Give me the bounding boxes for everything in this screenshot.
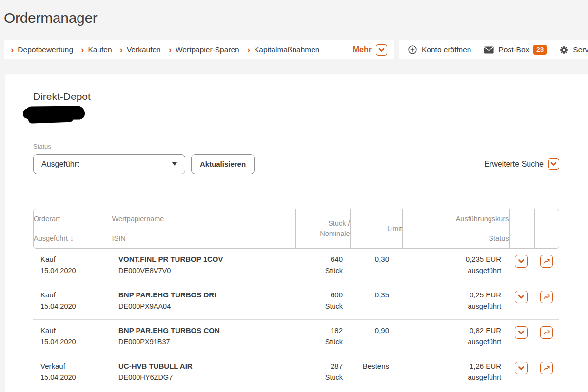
security-name: BNP PAR.EHG TURBOS CON <box>118 326 295 335</box>
nav-breadcrumb-item[interactable]: › Kapitalmaßnahmen <box>247 45 320 55</box>
erweiterte-suche-toggle[interactable]: Erweiterte Suche <box>484 158 559 170</box>
quantity-unit: Stück <box>295 267 343 275</box>
konto-eroeffnen-label: Konto eröffnen <box>422 45 471 54</box>
dropdown-caret-icon <box>172 162 177 166</box>
limit-value: 0,35 <box>350 291 389 299</box>
limit-cell: 0,35 <box>350 291 402 319</box>
limit-value: 0,30 <box>350 255 389 264</box>
quantity-unit: Stück <box>295 338 343 346</box>
envelope-icon <box>484 46 494 54</box>
column-header-ausfuehrungskurs: Ausführungskurs <box>402 209 509 229</box>
column-header-actions-2 <box>534 209 559 248</box>
wertpapier-cell: UC-HVB TUBULL AIR DE000HY6ZDG7 <box>111 362 295 391</box>
orderart-cell: Verkauf 15.04.2020 <box>33 362 111 391</box>
postbox-count-badge: 23 <box>533 45 547 55</box>
status-field-label: Status <box>33 143 51 150</box>
nav-breadcrumb-item[interactable]: › Wertpapier-Sparen <box>169 45 239 55</box>
nav-breadcrumb-item[interactable]: › Verkaufen <box>120 45 161 55</box>
nav-breadcrumb-item[interactable]: › Kaufen <box>81 45 112 55</box>
open-chart-button[interactable] <box>540 255 553 268</box>
limit-value: 0,90 <box>350 326 389 335</box>
security-name: UC-HVB TUBULL AIR <box>118 362 295 371</box>
nav-item-service[interactable]: Service <box>559 45 588 55</box>
quantity-unit: Stück <box>295 373 343 382</box>
trend-chart-icon <box>543 364 550 372</box>
open-chart-button[interactable] <box>540 291 553 303</box>
order-date: 15.04.2020 <box>40 338 111 346</box>
nav-breadcrumb-item[interactable]: › Depotbewertung <box>11 45 73 55</box>
kurs-status-cell: 0,25 EUR ausgeführt <box>402 291 509 319</box>
aktualisieren-button[interactable]: Aktualisieren <box>191 154 255 174</box>
nav-item-label: Kapitalmaßnahmen <box>254 45 319 54</box>
trend-chart-icon <box>543 329 550 336</box>
security-name: VONT.FINL PR TURBOP 1COV <box>118 255 295 264</box>
depot-card: Direkt-Depot Status Ausgeführt Aktualisi… <box>5 74 588 392</box>
orderart-cell: Kauf 15.04.2020 <box>33 291 111 319</box>
wertpapier-cell: BNP PAR.EHG TURBOS CON DE000PX91B37 <box>111 326 295 355</box>
order-table-body: Kauf 15.04.2020 VONT.FINL PR TURBOP 1COV… <box>33 249 559 391</box>
table-row: Kauf 15.04.2020 BNP PAR.EHG TURBOS CON D… <box>33 320 559 355</box>
execution-price: 0,235 EUR <box>402 255 501 264</box>
nav-item-postbox[interactable]: Post-Box 23 <box>484 45 547 55</box>
open-chart-button[interactable] <box>540 362 553 374</box>
sort-descending-arrow-icon: ↓ <box>70 234 74 242</box>
expand-cell <box>509 291 534 319</box>
stueck-cell: 640 Stück <box>295 255 350 284</box>
sort-indicator[interactable]: Ausgeführt↓ <box>34 229 112 248</box>
security-isin: DE000HY6ZDG7 <box>118 373 295 382</box>
chart-cell <box>534 362 559 391</box>
expand-order-details-button[interactable] <box>515 326 528 339</box>
order-date: 15.04.2020 <box>40 302 111 311</box>
nav-chevron-icon: › <box>11 45 14 54</box>
execution-status: ausgeführt <box>402 267 501 275</box>
execution-price: 0,25 EUR <box>402 291 501 299</box>
table-row: Kauf 15.04.2020 VONT.FINL PR TURBOP 1COV… <box>33 249 559 284</box>
nav-item-label: Wertpapier-Sparen <box>176 45 239 54</box>
column-header-status: Status <box>402 229 509 248</box>
nav-item-label: Depotbewertung <box>18 45 73 54</box>
nav-primary-section: › Depotbewertung › Kaufen › Verkaufen › … <box>4 40 394 59</box>
kurs-status-cell: 0,235 EUR ausgeführt <box>402 255 509 284</box>
security-isin: DE000VE8V7V0 <box>118 267 295 275</box>
nav-item-label: Verkaufen <box>127 45 161 54</box>
limit-cell: 0,90 <box>350 326 402 355</box>
expand-order-details-button[interactable] <box>515 362 528 374</box>
order-date: 15.04.2020 <box>40 267 111 275</box>
security-isin: DE000PX91B37 <box>118 338 295 346</box>
table-row: Kauf 15.04.2020 BNP PAR.EHG TURBOS DRI D… <box>33 284 559 320</box>
order-type-value: Verkauf <box>40 362 111 371</box>
quantity-value: 640 <box>295 255 343 264</box>
expand-order-details-button[interactable] <box>515 255 528 268</box>
nav-chevron-icon: › <box>81 45 84 54</box>
erweiterte-suche-chevron-down-icon[interactable] <box>548 158 559 170</box>
page-title: Ordermanager <box>4 10 98 26</box>
trend-chart-icon <box>543 293 550 301</box>
limit-cell: Bestens <box>350 362 402 391</box>
quantity-unit: Stück <box>295 302 343 311</box>
nav-chevron-icon: › <box>247 45 250 54</box>
orderart-cell: Kauf 15.04.2020 <box>33 255 111 284</box>
open-chart-button[interactable] <box>540 326 553 339</box>
mehr-label: Mehr <box>353 45 372 54</box>
security-isin: DE000PX9AA04 <box>118 302 295 311</box>
expand-order-details-button[interactable] <box>515 291 528 303</box>
order-table: Orderart Wertpapiername Stück / Nominale… <box>33 209 559 391</box>
order-type-value: Kauf <box>40 326 111 335</box>
mehr-chevron-down-icon[interactable] <box>376 44 387 56</box>
erweiterte-suche-label: Erweiterte Suche <box>484 160 544 169</box>
order-type-value: Kauf <box>40 255 111 264</box>
wertpapier-cell: BNP PAR.EHG TURBOS DRI DE000PX9AA04 <box>111 291 295 319</box>
nav-item-mehr[interactable]: Mehr <box>353 44 387 56</box>
column-header-actions-1 <box>509 209 534 248</box>
nav-item-konto-eroeffnen[interactable]: Konto eröffnen <box>408 45 471 55</box>
chart-cell <box>534 291 559 319</box>
nav-item-label: Kaufen <box>88 45 112 54</box>
nav-chevron-icon: › <box>169 45 172 54</box>
column-header-stueck-nominale: Stück / Nominale <box>295 209 350 248</box>
nav-chevron-icon: › <box>120 45 123 54</box>
gear-icon <box>559 45 568 55</box>
trend-chart-icon <box>543 257 550 265</box>
wertpapier-cell: VONT.FINL PR TURBOP 1COV DE000VE8V7V0 <box>111 255 295 284</box>
execution-price: 0,82 EUR <box>402 326 501 335</box>
status-select[interactable]: Ausgeführt <box>33 154 185 174</box>
